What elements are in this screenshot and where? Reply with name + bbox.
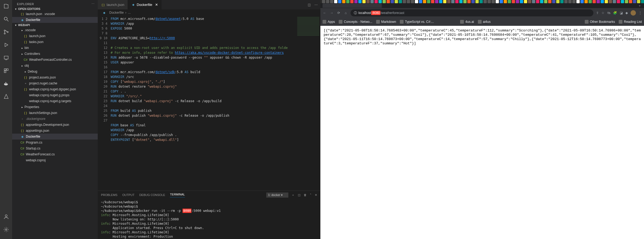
- menubar-app-icon[interactable]: [354, 0, 358, 3]
- file-item[interactable]: { }appsettings.json: [12, 128, 98, 134]
- menubar-app-icon[interactable]: [455, 0, 458, 3]
- menubar-app-icon[interactable]: [617, 0, 620, 3]
- file-item[interactable]: { }tasks.json: [12, 39, 98, 45]
- menubar-app-icon[interactable]: [633, 0, 636, 3]
- split-terminal-icon[interactable]: ◫: [298, 193, 300, 197]
- file-item[interactable]: { }launchSettings.json: [12, 110, 98, 116]
- menubar-app-icon[interactable]: [399, 0, 402, 3]
- address-bar[interactable]: ⓘ localhost:8080/weatherforecast: [351, 9, 593, 16]
- menubar-app-icon[interactable]: [568, 0, 572, 3]
- bookmark-4usai[interactable]: 4us.ai: [460, 20, 474, 24]
- menubar-app-icon[interactable]: [605, 0, 608, 3]
- menubar-app-icon[interactable]: [629, 0, 632, 3]
- chrome-menu-icon[interactable]: ⋮: [639, 11, 642, 15]
- menubar-app-icon[interactable]: [504, 0, 507, 3]
- folder-item[interactable]: ▸obj: [12, 63, 98, 69]
- other-bookmarks[interactable]: Other Bookmarks: [585, 20, 615, 24]
- menubar-app-icon[interactable]: [463, 0, 467, 3]
- home-icon[interactable]: ⌂: [344, 11, 348, 15]
- azure-icon[interactable]: [3, 93, 10, 100]
- site-info-icon[interactable]: ⓘ: [353, 11, 358, 15]
- editor-tab[interactable]: ◆Dockerfile✕: [128, 0, 162, 9]
- bookmark-ai4us[interactable]: ai4us: [478, 20, 491, 24]
- menubar-app-icon[interactable]: [346, 0, 349, 3]
- star-icon[interactable]: ☆: [601, 11, 604, 15]
- menubar-app-icon[interactable]: [403, 0, 406, 3]
- terminal-output[interactable]: ~/kubcourse/webapi$ ~/kubcourse/webapi$ …: [98, 199, 320, 239]
- menubar-app-icon[interactable]: [597, 0, 600, 3]
- reading-list[interactable]: Reading List: [619, 20, 642, 24]
- panel-tab-terminal[interactable]: TERMINAL: [170, 193, 185, 197]
- menubar-app-icon[interactable]: [625, 0, 628, 3]
- menubar-app-icon[interactable]: [556, 0, 559, 3]
- menubar-app-icon[interactable]: [423, 0, 426, 3]
- back-icon[interactable]: ←: [323, 11, 327, 15]
- menubar-app-icon[interactable]: [427, 0, 430, 3]
- folder-item[interactable]: ▸.vscode: [12, 27, 98, 33]
- menubar-app-icon[interactable]: [395, 0, 398, 3]
- menubar-app-icon[interactable]: [641, 0, 644, 3]
- menubar-app-icon[interactable]: [508, 0, 511, 3]
- open-editors-header[interactable]: ▾ OPEN EDITORS: [12, 7, 98, 11]
- settings-gear-icon[interactable]: [3, 226, 10, 233]
- menubar-app-icon[interactable]: [379, 0, 382, 3]
- open-editor-item[interactable]: ◆Dockerfile: [12, 17, 98, 23]
- menubar-app-icon[interactable]: [524, 0, 527, 3]
- file-item[interactable]: { }project.assets.json: [12, 74, 98, 80]
- folder-item[interactable]: ▸Debug: [12, 69, 98, 74]
- docker-icon[interactable]: [3, 80, 10, 87]
- bookmark-concepts[interactable]: Concepts - Netwo...: [339, 20, 372, 24]
- menubar-app-icon[interactable]: [480, 0, 483, 3]
- apps-shortcut[interactable]: Apps: [323, 20, 335, 24]
- editor-more-icon[interactable]: ⋯: [314, 3, 318, 7]
- menubar-app-icon[interactable]: [613, 0, 616, 3]
- menubar-app-icon[interactable]: [593, 0, 596, 3]
- menubar-app-icon[interactable]: [540, 0, 543, 3]
- menubar-app-icon[interactable]: [589, 0, 592, 3]
- menubar-app-icon[interactable]: [564, 0, 568, 3]
- breadcrumb[interactable]: ◆ Dockerfile › ...: [98, 9, 320, 16]
- folder-item[interactable]: ▸bin: [12, 45, 98, 51]
- menubar-app-icon[interactable]: [584, 0, 588, 3]
- extensions-puzzle-icon[interactable]: 🧩: [613, 11, 617, 15]
- forward-icon[interactable]: →: [330, 11, 334, 15]
- menubar-app-icon[interactable]: [342, 0, 345, 3]
- menubar-app-icon[interactable]: [415, 0, 418, 3]
- file-item[interactable]: { }appsettings.Development.json: [12, 122, 98, 128]
- file-item[interactable]: ▫project.nuget.cache: [12, 80, 98, 86]
- extensions-icon[interactable]: [3, 67, 10, 74]
- folder-item[interactable]: ▸Properties: [12, 104, 98, 110]
- panel-tab-output[interactable]: OUTPUT: [122, 193, 134, 197]
- menubar-app-icon[interactable]: [532, 0, 535, 3]
- explorer-icon[interactable]: [3, 3, 10, 10]
- file-item[interactable]: C#WeatherForecastController.cs: [12, 57, 98, 63]
- terminal-select[interactable]: 1: docker ▾: [266, 192, 288, 198]
- folder-item[interactable]: ▸Controllers: [12, 51, 98, 57]
- menubar-app-icon[interactable]: [330, 0, 333, 3]
- panel-tab-debug-console[interactable]: DEBUG CONSOLE: [139, 193, 165, 197]
- menubar-app-icon[interactable]: [370, 0, 374, 3]
- file-item[interactable]: C#Startup.cs: [12, 145, 98, 151]
- share-icon[interactable]: ⇪: [596, 11, 599, 15]
- accounts-icon[interactable]: [3, 213, 10, 220]
- file-item[interactable]: webapi.csproj.nuget.g.targets: [12, 98, 98, 104]
- menubar-app-icon[interactable]: [536, 0, 539, 3]
- menubar-app-icon[interactable]: [520, 0, 523, 3]
- menubar-app-icon[interactable]: [407, 0, 410, 3]
- menubar-app-icon[interactable]: [576, 0, 580, 3]
- menubar-app-icon[interactable]: [366, 0, 370, 3]
- menubar-app-icon[interactable]: [322, 0, 325, 3]
- menubar-app-icon[interactable]: [334, 0, 337, 3]
- bookmark-markdown[interactable]: Markdown: [376, 20, 396, 24]
- explorer-more-icon[interactable]: ⋯: [92, 2, 94, 6]
- menubar-app-icon[interactable]: [572, 0, 576, 3]
- menubar-app-icon[interactable]: [621, 0, 624, 3]
- menubar-app-icon[interactable]: [411, 0, 414, 3]
- menubar-app-icon[interactable]: [358, 0, 362, 3]
- menubar-app-icon[interactable]: [512, 0, 515, 3]
- file-item[interactable]: { }webapi.csproj.nuget.dgspec.json: [12, 86, 98, 92]
- menubar-app-icon[interactable]: [492, 0, 495, 3]
- file-item[interactable]: C#WeatherForecast.cs: [12, 151, 98, 157]
- menubar-app-icon[interactable]: [637, 0, 640, 3]
- menubar-app-icon[interactable]: [484, 0, 487, 3]
